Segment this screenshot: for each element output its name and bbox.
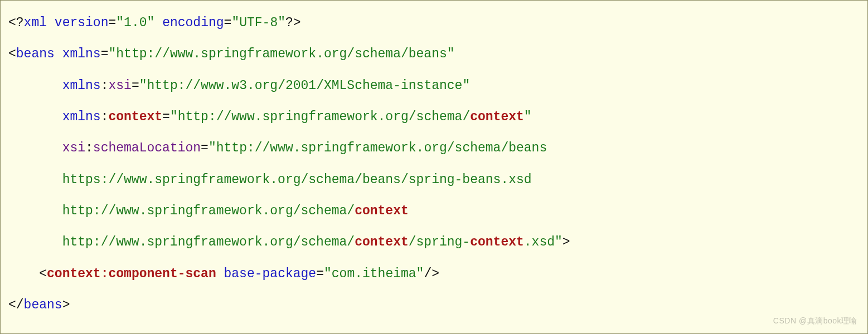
context-val-pre: http://www.springframework.org/schema/ [178,110,471,124]
q: " [231,16,239,30]
colon: : [101,78,109,93]
eq: = [224,16,232,30]
q: " [170,110,178,124]
sl-val1: http://www.springframework.org/schema/be… [216,141,547,155]
eq: = [101,47,109,61]
xmlns-attr: xmlns [62,47,101,61]
xsi-prefix: xsi [62,141,85,155]
q: " [524,110,532,124]
pi-open: <? [8,16,24,30]
watermark-text: CSDN @真滴book理喻 [773,311,857,330]
close-lt: </ [8,298,24,312]
xsi-prefix: xsi [108,78,131,93]
pi-close: ?> [285,16,301,30]
context-prefix: context [108,110,162,124]
base-package-attr: base-package [224,267,317,281]
eq: = [201,141,208,155]
xsi-val: http://www.w3.org/2001/XMLSchema-instanc… [147,78,463,93]
self-close: /> [424,267,439,281]
base-package-val: com.itheima [332,267,416,281]
sl-val4-mid: /spring- [409,235,470,249]
eq: = [108,16,116,30]
gt: > [562,235,570,249]
q: " [462,78,470,93]
q: " [555,235,562,249]
context-prefix: context [47,267,101,281]
q: " [147,16,155,30]
component-scan-tag: component-scan [108,267,216,281]
context-word: context [355,235,409,249]
xml-decl: xml [24,16,47,30]
sl-val2: https://www.springframework.org/schema/b… [62,173,532,187]
q: " [324,267,332,281]
q: " [416,267,424,281]
q: " [278,16,285,30]
q: " [108,47,116,61]
colon: : [101,110,109,124]
xmlns-val: http://www.springframework.org/schema/be… [116,47,447,61]
encoding-attr: encoding [162,16,224,30]
q: " [447,47,455,61]
beans-close-tag: beans [24,298,62,312]
version-attr: version [55,16,109,30]
version-val: 1.0 [124,16,147,30]
context-word: context [470,110,524,124]
sl-val3-pre: http://www.springframework.org/schema/ [62,204,355,218]
sl-val4-pre: http://www.springframework.org/schema/ [62,235,355,249]
xmlns-prefix: xmlns [62,78,101,93]
lt: < [8,47,16,61]
eq: = [162,110,170,124]
colon: : [101,267,109,281]
xmlns-prefix: xmlns [62,110,101,124]
colon: : [85,141,93,155]
sl-val4-suf: .xsd [524,235,555,249]
q: " [139,78,147,93]
xml-code-block: <?xml version="1.0" encoding="UTF-8"?> <… [0,0,868,334]
schema-location-attr: schemaLocation [93,141,201,155]
context-word: context [355,204,409,218]
encoding-val: UTF-8 [239,16,278,30]
gt: > [62,298,70,312]
q: " [208,141,216,155]
eq: = [316,267,324,281]
beans-tag: beans [16,47,55,61]
context-word: context [470,235,524,249]
lt: < [39,267,47,281]
eq: = [132,78,139,93]
q: " [116,16,124,30]
